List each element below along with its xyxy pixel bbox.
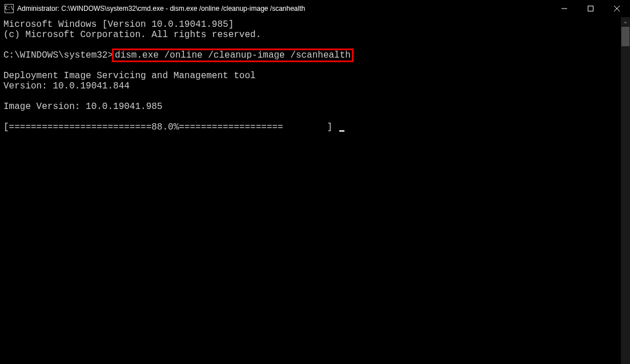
chevron-up-icon — [623, 20, 628, 25]
titlebar[interactable]: C:\ Administrator: C:\WINDOWS\system32\c… — [0, 0, 630, 17]
close-icon — [614, 6, 620, 11]
titlebar-controls — [551, 0, 630, 17]
output-line: Image Version: 10.0.19041.985 — [3, 102, 621, 112]
scroll-thumb[interactable] — [621, 27, 629, 46]
output-line: Deployment Image Servicing and Managemen… — [3, 71, 621, 81]
scroll-up-button[interactable] — [621, 17, 630, 27]
output-line: Microsoft Windows [Version 10.0.19041.98… — [3, 19, 621, 30]
command-text: dism.exe /online /cleanup-image /scanhea… — [115, 50, 351, 60]
output-blank — [3, 112, 621, 122]
output-line: (c) Microsoft Corporation. All rights re… — [3, 30, 621, 40]
content-wrap: Microsoft Windows [Version 10.0.19041.98… — [0, 17, 630, 364]
prompt-prefix: C:\WINDOWS\system32> — [3, 50, 113, 60]
maximize-icon — [588, 6, 593, 11]
cursor — [339, 130, 344, 132]
cmd-window: C:\ Administrator: C:\WINDOWS\system32\c… — [0, 0, 630, 364]
window-title: Administrator: C:\WINDOWS\system32\cmd.e… — [17, 5, 305, 13]
output-blank — [3, 91, 621, 102]
prompt-line: C:\WINDOWS\system32>dism.exe /online /cl… — [3, 50, 621, 60]
minimize-icon — [561, 6, 567, 11]
progress-line: [==========================88.0%========… — [3, 122, 621, 132]
close-button[interactable] — [604, 0, 630, 17]
minimize-button[interactable] — [551, 0, 577, 17]
command-highlight: dism.exe /online /cleanup-image /scanhea… — [112, 48, 354, 62]
terminal-output[interactable]: Microsoft Windows [Version 10.0.19041.98… — [0, 17, 621, 364]
progress-bar-text: [==========================88.0%========… — [3, 122, 338, 132]
cmd-icon: C:\ — [5, 4, 14, 13]
svg-rect-1 — [588, 6, 593, 11]
output-line: Version: 10.0.19041.844 — [3, 81, 621, 91]
vertical-scrollbar[interactable] — [621, 17, 630, 364]
maximize-button[interactable] — [577, 0, 604, 17]
titlebar-left: C:\ Administrator: C:\WINDOWS\system32\c… — [0, 4, 305, 13]
